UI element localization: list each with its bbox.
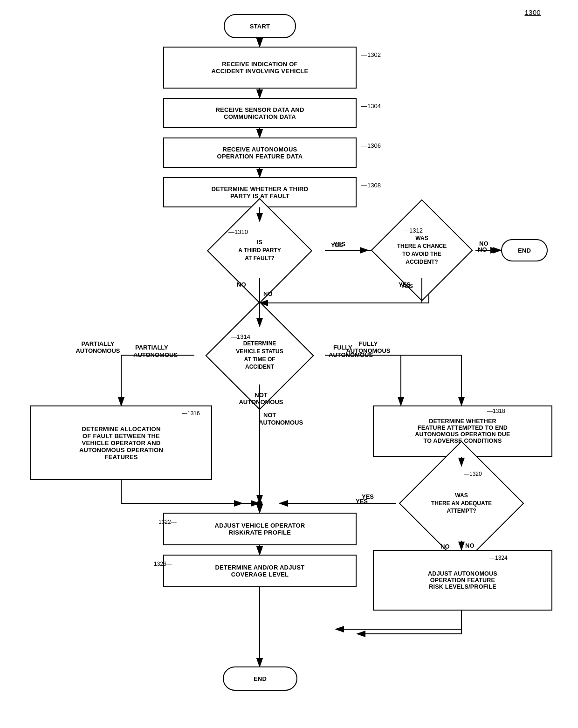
flowchart-diagram: 1300 <box>0 0 578 728</box>
svg-point-27 <box>257 501 262 506</box>
ref-1318: —1318 <box>487 408 505 414</box>
svg-text:PARTIALLY: PARTIALLY <box>135 344 168 351</box>
ref-1308: —1308 <box>361 182 381 189</box>
node-1304: RECEIVE SENSOR DATA AND COMMUNICATION DA… <box>163 98 357 128</box>
diamond-1314: DETERMINE VEHICLE STATUS AT TIME OF ACCI… <box>194 326 325 385</box>
ref-1306: —1306 <box>361 142 381 149</box>
node-1322: ADJUST VEHICLE OPERATOR RISK/RATE PROFIL… <box>163 513 357 545</box>
diamond-1320: WAS THERE AN ADEQUATE ATTEMPT? <box>394 466 529 541</box>
ref-1314: —1314 <box>231 333 250 340</box>
label-1320-no: NO <box>440 543 450 550</box>
node-1316: DETERMINE ALLOCATION OF FAULT BETWEEN TH… <box>30 405 212 480</box>
end-node-2: END <box>223 666 297 691</box>
label-partially-autonomous: PARTIALLYAUTONOMOUS <box>61 340 135 354</box>
start-node: START <box>224 14 296 38</box>
ref-1302: —1302 <box>361 51 381 58</box>
ref-1312: —1312 <box>403 227 423 234</box>
diamond-1310: IS A THIRD PARTY AT FAULT? <box>194 221 325 280</box>
ref-1304: —1304 <box>361 103 381 110</box>
svg-point-63 <box>257 501 262 506</box>
label-1310-no: NO <box>237 281 246 288</box>
label-not-autonomous: NOTAUTONOMOUS <box>231 391 291 405</box>
ref-1316: —1316 <box>182 410 200 417</box>
label-1310-yes: YES <box>331 241 343 248</box>
ref-1326: 1326— <box>154 561 172 567</box>
label-1320-yes: YES <box>356 498 368 505</box>
diagram-ref-number: 1300 <box>524 8 541 16</box>
label-fully-autonomous: FULLYAUTONOMOUS <box>331 340 406 354</box>
node-1324: ADJUST AUTONOMOUS OPERATION FEATURE RISK… <box>373 550 552 611</box>
node-1302: RECEIVE INDICATION OF ACCIDENT INVOLVING… <box>163 47 357 89</box>
svg-text:AUTONOMOUS: AUTONOMOUS <box>259 419 303 426</box>
label-1312-yes: YES <box>399 281 411 288</box>
svg-text:NOT: NOT <box>263 412 276 419</box>
ref-1322: 1322— <box>158 519 177 525</box>
end-node-1: END <box>501 239 548 261</box>
ref-1324: —1324 <box>489 555 508 561</box>
node-1306: RECEIVE AUTONOMOUS OPERATION FEATURE DAT… <box>163 137 357 168</box>
label-1312-no: NO <box>478 246 487 253</box>
ref-1320: —1320 <box>464 471 482 477</box>
node-1326: DETERMINE AND/OR ADJUST COVERAGE LEVEL <box>163 555 357 587</box>
svg-text:AUTONOMOUS: AUTONOMOUS <box>133 351 178 358</box>
ref-1310: —1310 <box>228 228 248 235</box>
